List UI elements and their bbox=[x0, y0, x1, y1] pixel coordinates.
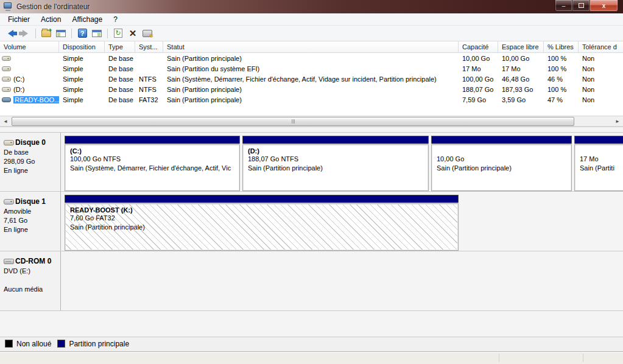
help-button[interactable]: ? bbox=[76, 27, 89, 40]
partition-17mo[interactable]: 17 Mo Sain (Partiti bbox=[574, 136, 623, 191]
col-volume[interactable]: Volume bbox=[0, 41, 59, 52]
computer-icon bbox=[4, 2, 13, 11]
volume-list: Volume Disposition Type Syst... Statut C… bbox=[0, 41, 623, 116]
table-row[interactable]: (C:) Simple De base NTFS Sain (Système, … bbox=[0, 74, 623, 84]
disk-name: Disque 0 bbox=[15, 138, 46, 147]
window-controls: – x bbox=[555, 0, 618, 12]
legend-bar: Non alloué Partition principale bbox=[0, 337, 623, 350]
cell-tolerance: Non bbox=[579, 65, 623, 72]
disk-row-disque1: Disque 1 Amovible 7,61 Go En ligne READY… bbox=[0, 192, 623, 251]
col-disposition[interactable]: Disposition bbox=[59, 41, 105, 52]
cell-statut: Sain (Partition principale) bbox=[163, 55, 459, 62]
cell-disposition: Simple bbox=[59, 86, 105, 93]
col-pct-libres[interactable]: % Libres bbox=[544, 41, 579, 52]
disk-type: Amovible bbox=[4, 207, 58, 216]
cell-type: De base bbox=[105, 96, 135, 103]
cell-capacite: 188,07 Go bbox=[459, 86, 498, 93]
scrollbar-thumb[interactable] bbox=[12, 117, 574, 126]
volume-list-header: Volume Disposition Type Syst... Statut C… bbox=[0, 41, 623, 53]
disk-icon bbox=[4, 140, 14, 145]
partition-status: Sain (Partition principale) bbox=[70, 223, 457, 232]
menu-action[interactable]: Action bbox=[35, 14, 66, 25]
forward-button[interactable] bbox=[18, 27, 32, 40]
refresh-button[interactable]: ↻ bbox=[111, 27, 125, 40]
toolbar-separator bbox=[35, 29, 36, 38]
table-row-selected[interactable]: READY-BOO... Simple De base FAT32 Sain (… bbox=[0, 94, 623, 105]
partition-ready-boost[interactable]: READY-BOOST (K:) 7,60 Go FAT32 Sain (Par… bbox=[65, 195, 459, 251]
restore-icon bbox=[579, 3, 584, 8]
disk-panel-cdrom0[interactable]: CD-ROM 0 DVD (E:) Aucun média bbox=[0, 251, 61, 310]
partition-color-bar bbox=[242, 136, 429, 144]
partition-size: 188,07 Go NTFS bbox=[248, 155, 427, 164]
disk-status: En ligne bbox=[4, 166, 58, 175]
col-type[interactable]: Type bbox=[105, 41, 135, 52]
basic-volume-icon bbox=[2, 77, 11, 82]
partition-status: Sain (Partition principale) bbox=[437, 164, 570, 173]
disk-row-cdrom0: CD-ROM 0 DVD (E:) Aucun média bbox=[0, 251, 623, 311]
partition-10go[interactable]: 10,00 Go Sain (Partition principale) bbox=[431, 136, 572, 191]
partition-size: 17 Mo bbox=[580, 155, 623, 164]
disk-type: DVD (E:) bbox=[4, 267, 58, 276]
close-button[interactable]: x bbox=[590, 0, 618, 12]
cell-statut: Sain (Système, Démarrer, Fichier d'échan… bbox=[163, 75, 459, 83]
volume-name: (C:) bbox=[13, 75, 24, 83]
cell-libre: 3,59 Go bbox=[498, 96, 544, 103]
partition-area: (C:) 100,00 Go NTFS Sain (Système, Démar… bbox=[61, 133, 623, 191]
back-button[interactable] bbox=[4, 27, 17, 40]
legend-item-partition-principale: Partition principale bbox=[57, 340, 129, 348]
partition-d[interactable]: (D:) 188,07 Go NTFS Sain (Partition prin… bbox=[242, 136, 429, 191]
disk-size: 7,61 Go bbox=[4, 216, 58, 225]
table-row[interactable]: Simple De base Sain (Partition du systèm… bbox=[0, 63, 623, 74]
menu-help[interactable]: ? bbox=[108, 14, 123, 25]
partition-label: (D:) bbox=[248, 147, 427, 155]
partition-size: 7,60 Go FAT32 bbox=[70, 214, 457, 223]
show-action-pane-button[interactable] bbox=[90, 27, 104, 40]
partition-size: 10,00 Go bbox=[437, 155, 570, 164]
disk-panel-disque0[interactable]: Disque 0 De base 298,09 Go En ligne bbox=[0, 133, 61, 191]
cell-pct: 47 % bbox=[544, 96, 579, 103]
cell-fs: FAT32 bbox=[135, 96, 163, 103]
toolbar-separator bbox=[71, 29, 72, 38]
col-capacite[interactable]: Capacité bbox=[459, 41, 498, 52]
menu-fichier[interactable]: Fichier bbox=[2, 14, 35, 25]
cell-capacite: 10,00 Go bbox=[459, 55, 498, 62]
partition-area bbox=[61, 251, 623, 310]
scroll-right-arrow-icon[interactable]: ► bbox=[612, 116, 623, 127]
toolbar: ? ↻ ✕ bbox=[0, 26, 623, 41]
cell-capacite: 17 Mo bbox=[459, 65, 498, 72]
folder-up-button[interactable] bbox=[40, 27, 53, 40]
table-row[interactable]: (D:) Simple De base NTFS Sain (Partition… bbox=[0, 84, 623, 94]
col-tolerance[interactable]: Tolérance d bbox=[579, 41, 623, 52]
disk-panel-disque1[interactable]: Disque 1 Amovible 7,61 Go En ligne bbox=[0, 192, 61, 251]
show-console-tree-button[interactable] bbox=[54, 27, 68, 40]
toolbar-separator bbox=[107, 29, 108, 38]
col-statut[interactable]: Statut bbox=[163, 41, 459, 52]
volume-name-selected: READY-BOO... bbox=[13, 96, 59, 103]
col-espace-libre[interactable]: Espace libre bbox=[498, 41, 544, 52]
horizontal-scrollbar[interactable]: ◄ ► bbox=[0, 116, 623, 127]
restore-button[interactable] bbox=[572, 0, 590, 12]
scroll-left-arrow-icon[interactable]: ◄ bbox=[0, 116, 11, 127]
disk-properties-button[interactable] bbox=[141, 27, 154, 40]
removable-volume-icon bbox=[2, 97, 11, 102]
col-systeme[interactable]: Syst... bbox=[135, 41, 163, 52]
partition-area: READY-BOOST (K:) 7,60 Go FAT32 Sain (Par… bbox=[61, 192, 623, 251]
menu-affichage[interactable]: Affichage bbox=[66, 14, 108, 25]
table-row[interactable]: Simple De base Sain (Partition principal… bbox=[0, 53, 623, 63]
minimize-button[interactable]: – bbox=[555, 0, 572, 12]
cell-disposition: Simple bbox=[59, 65, 105, 72]
partition-size: 100,00 Go NTFS bbox=[70, 155, 238, 164]
cell-tolerance: Non bbox=[579, 55, 623, 62]
show-console-tree-icon bbox=[56, 30, 66, 37]
partition-c[interactable]: (C:) 100,00 Go NTFS Sain (Système, Démar… bbox=[65, 136, 240, 191]
removable-disk-icon bbox=[4, 199, 14, 205]
forward-icon bbox=[23, 30, 28, 37]
help-icon: ? bbox=[78, 29, 87, 38]
menu-bar: Fichier Action Affichage ? bbox=[0, 13, 623, 26]
cdrom-icon bbox=[4, 259, 14, 264]
partition-label: (C:) bbox=[70, 147, 238, 155]
delete-button[interactable]: ✕ bbox=[126, 27, 139, 40]
legend-item-non-alloue: Non alloué bbox=[5, 340, 51, 348]
cell-type: De base bbox=[105, 75, 135, 83]
basic-volume-icon bbox=[2, 87, 11, 92]
